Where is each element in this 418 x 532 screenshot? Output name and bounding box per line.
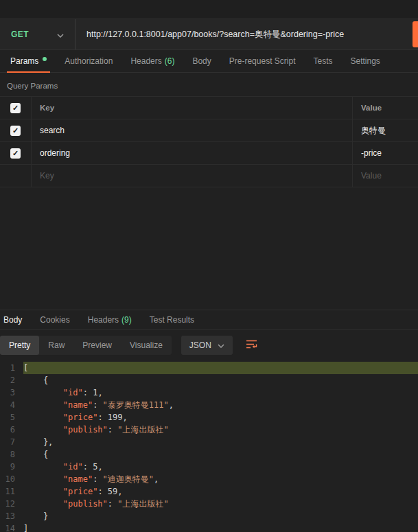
line-content: "id": 1,: [23, 386, 418, 399]
param-key-placeholder[interactable]: Key: [32, 165, 353, 187]
line-number: 5: [0, 411, 23, 424]
param-key[interactable]: search: [32, 119, 353, 141]
param-checkbox[interactable]: [10, 148, 21, 159]
tab-tests[interactable]: Tests: [304, 50, 341, 72]
tab-pre-request-script[interactable]: Pre-request Script: [220, 50, 305, 72]
query-params-title: Query Params: [0, 73, 418, 96]
code-line: 4 "name": "泰罗奥特曼111",: [0, 399, 418, 411]
line-content: },: [23, 436, 418, 448]
response-view-tabs: Pretty Raw Preview Visualize: [0, 336, 172, 355]
code-line: 8 {: [0, 448, 418, 461]
line-content: {: [23, 448, 418, 461]
tab-label: Tests: [313, 56, 332, 66]
method-dropdown[interactable]: GET: [0, 19, 76, 49]
tab-label: Params: [10, 56, 38, 66]
request-response-splitter[interactable]: [0, 187, 418, 310]
line-number: 7: [0, 436, 23, 448]
api-client-window: GET Params Authorization Headers (6) Bod…: [0, 0, 418, 532]
response-tabs: Body Cookies Headers (9) Test Results: [0, 310, 418, 330]
code-line: 2 {: [0, 374, 418, 386]
line-content: ]: [23, 522, 418, 532]
code-line: 11 "price": 59,: [0, 485, 418, 498]
tab-label: Headers: [88, 315, 119, 325]
response-code[interactable]: 1[2 {3 "id": 1,4 "name": "泰罗奥特曼111",5 "p…: [0, 360, 418, 532]
param-check-cell: [0, 119, 32, 141]
view-tab-visualize[interactable]: Visualize: [121, 336, 172, 355]
line-number: 4: [0, 399, 23, 411]
chevron-down-icon: [57, 28, 64, 41]
tab-label: Test Results: [150, 315, 194, 325]
param-checkbox[interactable]: [10, 126, 21, 136]
value-column-header: Value: [353, 97, 418, 119]
view-tab-raw[interactable]: Raw: [39, 336, 73, 355]
format-dropdown[interactable]: JSON: [181, 336, 233, 355]
tab-authorization[interactable]: Authorization: [56, 50, 121, 72]
tab-label: Pre-request Script: [229, 56, 296, 66]
param-value[interactable]: -price: [353, 142, 418, 164]
response-tab-headers[interactable]: Headers (9): [79, 310, 141, 329]
line-number: 3: [0, 386, 23, 399]
param-value-placeholder[interactable]: Value: [353, 165, 418, 187]
code-line: 5 "price": 199,: [0, 411, 418, 424]
tab-label: Cookies: [40, 315, 69, 325]
tab-label: Body: [3, 315, 22, 325]
code-line: 7 },: [0, 436, 418, 448]
response-tab-body[interactable]: Body: [0, 310, 31, 329]
tab-body[interactable]: Body: [183, 50, 220, 72]
line-number: 6: [0, 424, 23, 436]
wrap-lines-button[interactable]: [244, 337, 260, 354]
tab-settings[interactable]: Settings: [342, 50, 389, 72]
url-input[interactable]: [76, 19, 418, 49]
line-content: "publish": "上海出版社": [23, 498, 418, 510]
code-line: 14]: [0, 522, 418, 532]
line-content: "id": 5,: [23, 461, 418, 473]
line-number: 1: [0, 362, 23, 374]
line-content: {: [23, 374, 418, 386]
tab-label: Settings: [351, 56, 380, 66]
response-tab-test-results[interactable]: Test Results: [141, 310, 203, 329]
tab-label: Headers: [130, 56, 161, 66]
view-tab-pretty[interactable]: Pretty: [0, 336, 39, 355]
tab-headers[interactable]: Headers (6): [121, 50, 183, 72]
line-number: 9: [0, 461, 23, 473]
code-line: 1[: [0, 362, 418, 374]
code-line: 9 "id": 5,: [0, 461, 418, 473]
param-key[interactable]: ordering: [32, 142, 353, 164]
code-line: 13 }: [0, 510, 418, 522]
param-row-empty: Key Value: [0, 165, 418, 187]
line-content: "price": 199,: [23, 411, 418, 424]
request-url-bar: GET: [0, 19, 418, 50]
tab-label: Authorization: [65, 56, 113, 66]
wrap-lines-icon: [246, 339, 258, 352]
chevron-down-icon: [218, 340, 224, 350]
param-check-cell: [0, 165, 32, 187]
line-number: 8: [0, 448, 23, 461]
param-value[interactable]: 奥特曼: [353, 119, 418, 141]
format-label: JSON: [189, 340, 211, 350]
response-headers-count-badge: (9): [121, 315, 132, 325]
request-tabs: Params Authorization Headers (6) Body Pr…: [0, 50, 418, 73]
params-header-row: Key Value: [0, 97, 418, 119]
line-content: "price": 59,: [23, 485, 418, 498]
line-content: "name": "迪迦奥特曼",: [23, 473, 418, 485]
send-button[interactable]: [413, 21, 418, 47]
key-column-header: Key: [32, 97, 353, 119]
line-number: 10: [0, 473, 23, 485]
query-params-table: Key Value search 奥特曼 ordering -price Key…: [0, 96, 418, 187]
line-number: 13: [0, 510, 23, 522]
select-all-checkbox[interactable]: [10, 103, 21, 113]
line-content: "name": "泰罗奥特曼111",: [23, 399, 418, 411]
tab-params[interactable]: Params: [1, 50, 56, 72]
param-check-cell: [0, 142, 32, 164]
response-tab-cookies[interactable]: Cookies: [31, 310, 78, 329]
code-line: 3 "id": 1,: [0, 386, 418, 399]
code-line: 10 "name": "迪迦奥特曼",: [0, 473, 418, 485]
code-line: 12 "publish": "上海出版社": [0, 498, 418, 510]
code-line: 6 "publish": "上海出版社": [0, 424, 418, 436]
select-all-cell: [0, 97, 32, 119]
headers-count-badge: (6): [165, 56, 175, 66]
response-view-row: Pretty Raw Preview Visualize JSON: [0, 330, 418, 360]
view-tab-preview[interactable]: Preview: [73, 336, 121, 355]
line-number: 14: [0, 522, 23, 532]
line-number: 11: [0, 485, 23, 498]
